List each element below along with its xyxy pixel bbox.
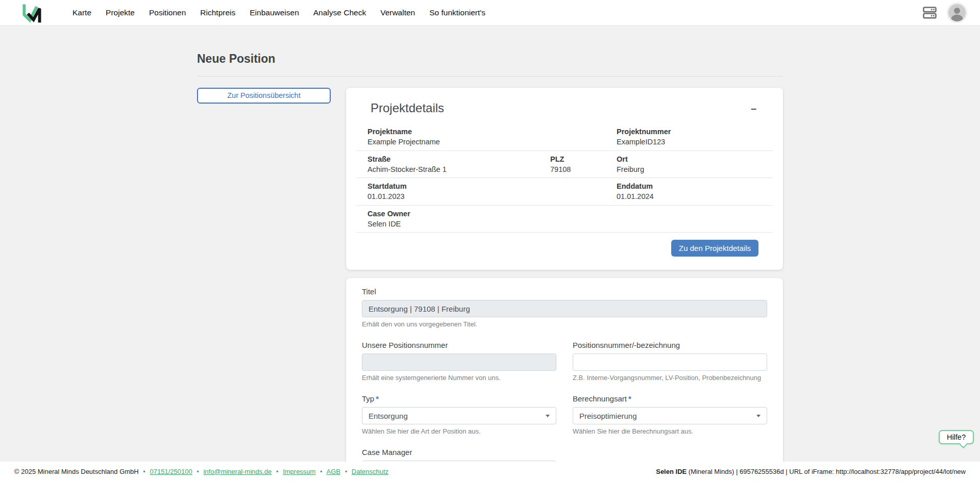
server-stack-icon[interactable]: [923, 7, 937, 19]
project-details-table: Projektname Example Projectname Projektn…: [356, 123, 773, 233]
nav-item-positionen[interactable]: Positionen: [142, 0, 193, 26]
nav-item-karte[interactable]: Karte: [65, 0, 99, 26]
positionsnummer-field[interactable]: [573, 353, 767, 371]
session-details: (Mineral Minds) | 69576255536d | URL of …: [687, 468, 966, 475]
datenschutz-link[interactable]: Datenschutz: [352, 468, 388, 475]
impressum-link[interactable]: Impressum: [283, 468, 315, 475]
plz-value: 79108: [550, 164, 617, 174]
to-project-details-button[interactable]: Zu den Projektdetails: [671, 240, 758, 257]
typ-selected-value: Entsorgung: [369, 412, 408, 420]
strasse-value: Achim-Stocker-Straße 1: [368, 164, 550, 174]
nav-item-einbauweisen[interactable]: Einbauweisen: [242, 0, 306, 26]
startdatum-value: 01.01.2023: [368, 191, 617, 201]
phone-link[interactable]: 07151/250100: [150, 468, 192, 475]
agb-link[interactable]: AGB: [327, 468, 340, 475]
strasse-label: Straße: [368, 154, 550, 164]
ort-value: Freiburg: [617, 164, 773, 174]
mineral-minds-logo[interactable]: [20, 2, 43, 23]
berechnungsart-label: Berechnungsart*: [573, 394, 767, 403]
nav-item-projekte[interactable]: Projekte: [99, 0, 142, 26]
typ-select[interactable]: Entsorgung: [362, 407, 556, 424]
berechnungsart-selected-value: Preisoptimierung: [579, 412, 637, 420]
new-position-form-card: Titel Erhält den von uns vorgegebenen Ti…: [346, 278, 783, 462]
positionsnummer-helper: Z.B. Interne-Vorgangsnummer, LV-Position…: [573, 374, 767, 382]
typ-helper: Wählen Sie hier die Art der Position aus…: [362, 427, 556, 436]
titel-field: [362, 300, 767, 317]
unsere-positionsnummer-helper: Erhält eine systemgenerierte Nummer von …: [362, 374, 556, 382]
copyright-text: © 2025 Mineral Minds Deutschland GmbH: [14, 468, 139, 475]
chevron-down-icon: [756, 415, 761, 417]
page-title: Neue Position: [197, 52, 783, 77]
enddatum-label: Enddatum: [617, 181, 773, 191]
projektname-value: Example Projectname: [368, 137, 617, 147]
required-asterisk: *: [376, 394, 379, 403]
chevron-down-icon: [546, 415, 550, 417]
enddatum-value: 01.01.2024: [617, 191, 773, 201]
positionsnummer-label: Positionsnummer/-bezeichnung: [573, 341, 767, 350]
table-row: Startdatum 01.01.2023 Enddatum 01.01.202…: [356, 178, 773, 206]
nav-item-verwalten[interactable]: Verwalten: [373, 0, 422, 26]
footer-left: © 2025 Mineral Minds Deutschland GmbH • …: [14, 468, 388, 475]
nav-item-richtpreis[interactable]: Richtpreis: [193, 0, 242, 26]
session-user: Selen IDE: [656, 468, 687, 475]
top-navbar: Karte Projekte Positionen Richtpreis Ein…: [0, 0, 980, 26]
email-link[interactable]: info@mineral-minds.de: [203, 468, 272, 475]
startdatum-label: Startdatum: [368, 181, 617, 191]
titel-label: Titel: [362, 287, 767, 296]
main-content: Neue Position Zur Positionsübersicht Pro…: [0, 26, 980, 462]
projektnummer-label: Projektnummer: [617, 126, 773, 137]
projektname-label: Projektname: [368, 126, 617, 137]
table-row: Projektname Example Projectname Projektn…: [356, 123, 773, 151]
collapse-minus-icon[interactable]: –: [749, 103, 758, 113]
case-manager-label: Case Manager: [362, 448, 556, 457]
help-button[interactable]: Hilfe?: [939, 430, 974, 444]
case-owner-label: Case Owner: [368, 209, 773, 219]
project-card-title: Projektdetails: [371, 101, 444, 115]
unsere-positionsnummer-label: Unsere Positionsnummer: [362, 341, 556, 350]
nav-item-so-funktionierts[interactable]: So funktioniert's: [422, 0, 493, 26]
titel-helper: Erhält den von uns vorgegebenen Titel.: [362, 320, 767, 328]
help-button-label: Hilfe?: [947, 433, 966, 441]
berechnungsart-helper: Wählen Sie hier die Berechnungsart aus.: [573, 427, 767, 436]
case-owner-value: Selen IDE: [368, 219, 773, 229]
user-avatar-icon[interactable]: [948, 4, 966, 21]
table-row: Straße Achim-Stocker-Straße 1 PLZ 79108 …: [356, 151, 773, 179]
berechnungsart-select[interactable]: Preisoptimierung: [573, 407, 767, 424]
project-details-card: Projektdetails – Projektname Example Pro…: [346, 88, 783, 270]
ort-label: Ort: [617, 154, 773, 164]
unsere-positionsnummer-field: [362, 353, 556, 371]
plz-label: PLZ: [550, 154, 617, 164]
typ-label: Typ*: [362, 394, 556, 403]
position-overview-button[interactable]: Zur Positionsübersicht: [197, 88, 331, 104]
footer-bar: © 2025 Mineral Minds Deutschland GmbH • …: [0, 462, 980, 481]
main-navigation: Karte Projekte Positionen Richtpreis Ein…: [65, 0, 493, 26]
footer-session-info: Selen IDE (Mineral Minds) | 69576255536d…: [656, 468, 966, 475]
nav-item-analyse-check[interactable]: Analyse Check: [306, 0, 373, 26]
required-asterisk: *: [628, 394, 631, 403]
table-row: Case Owner Selen IDE: [356, 206, 773, 233]
projektnummer-value: ExampleID123: [617, 137, 773, 147]
